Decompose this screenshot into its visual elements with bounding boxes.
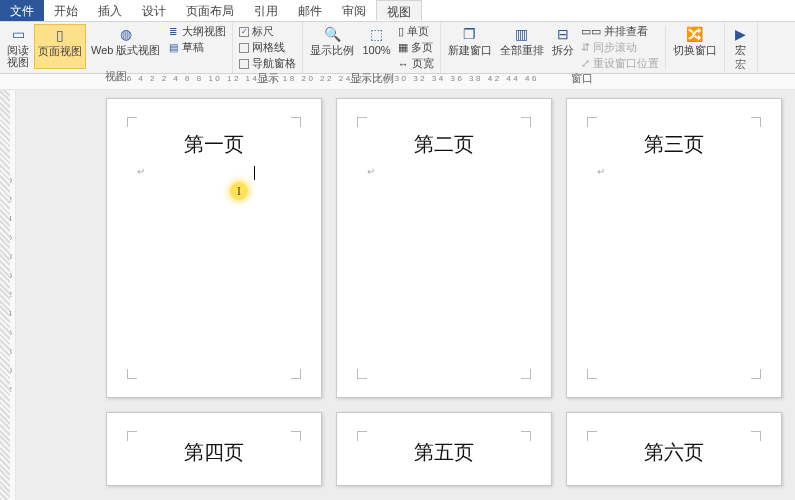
syncscroll-icon: ⇵ — [581, 41, 590, 54]
tab-review[interactable]: 审阅 — [332, 0, 376, 21]
ribbon-group-views: ▭阅读 视图 ▯页面视图 ◍Web 版式视图 ≣大纲视图 ▤草稿 视图 — [0, 22, 233, 73]
tab-references[interactable]: 引用 — [244, 0, 288, 21]
zoom-button[interactable]: 🔍显示比例 — [307, 24, 357, 71]
arrange-icon: ▥ — [513, 25, 531, 43]
switch-windows-button[interactable]: 🔀切换窗口 — [670, 24, 720, 71]
paragraph-mark: ↵ — [595, 166, 753, 177]
tab-design[interactable]: 设计 — [132, 0, 176, 21]
outline-icon: ≣ — [167, 26, 179, 38]
web-layout-button[interactable]: ◍Web 版式视图 — [88, 24, 163, 69]
page-thumbnail[interactable]: 第五页 — [336, 412, 552, 486]
tab-layout[interactable]: 页面布局 — [176, 0, 244, 21]
tab-view[interactable]: 视图 — [376, 0, 422, 21]
text-caret — [254, 166, 255, 180]
page-heading: 第六页 — [595, 439, 753, 466]
page-heading: 第五页 — [365, 439, 523, 466]
one-page-button[interactable]: ▯单页 — [398, 24, 434, 39]
tab-insert[interactable]: 插入 — [88, 0, 132, 21]
sidebyside-icon: ▭▭ — [581, 25, 601, 38]
read-mode-button[interactable]: ▭阅读 视图 — [4, 24, 32, 69]
draft-view-button[interactable]: ▤草稿 — [167, 40, 226, 55]
hundred-icon: ⬚ — [368, 25, 386, 43]
resetpos-icon: ⤢ — [581, 57, 590, 70]
split-icon: ⊟ — [554, 25, 572, 43]
pagewidth-icon: ↔ — [398, 58, 409, 70]
macro-icon: ▶ — [732, 25, 750, 43]
left-margin-hatch — [0, 90, 10, 500]
book-icon: ▭ — [9, 25, 27, 43]
page-thumbnail[interactable]: 第二页 ↵ — [336, 98, 552, 398]
ribbon-group-window: ❐新建窗口 ▥全部重排 ⊟拆分 ▭▭并排查看 ⇵同步滚动 ⤢重设窗口位置 🔀切换… — [441, 22, 725, 73]
page-thumbnail[interactable]: 第一页 ↵ — [106, 98, 322, 398]
gridlines-checkbox[interactable]: 网格线 — [239, 40, 296, 55]
checkbox-icon — [239, 43, 249, 53]
globe-icon: ◍ — [117, 25, 135, 43]
paragraph-mark: ↵ — [135, 166, 293, 177]
draft-icon: ▤ — [167, 42, 179, 54]
ribbon-group-show: ✓标尺 网格线 导航窗格 显示 — [233, 22, 303, 73]
page-heading: 第三页 — [595, 131, 753, 158]
group-label-macros: 宏 — [729, 57, 753, 73]
print-layout-button[interactable]: ▯页面视图 — [34, 24, 86, 69]
ribbon: ▭阅读 视图 ▯页面视图 ◍Web 版式视图 ≣大纲视图 ▤草稿 视图 ✓标尺 … — [0, 22, 795, 74]
page-thumbnail[interactable]: 第四页 — [106, 412, 322, 486]
workspace: 2468101214161820222426283032 第一页 ↵ 第二页 ↵… — [0, 90, 795, 500]
page-heading: 第一页 — [135, 131, 293, 158]
menu-tab-bar: 文件 开始 插入 设计 页面布局 引用 邮件 审阅 视图 — [0, 0, 795, 22]
new-window-button[interactable]: ❐新建窗口 — [445, 24, 495, 71]
page-thumbnail[interactable]: 第三页 ↵ — [566, 98, 782, 398]
multi-page-button[interactable]: ▦多页 — [398, 40, 434, 55]
switch-icon: 🔀 — [686, 25, 704, 43]
navpane-checkbox[interactable]: 导航窗格 — [239, 56, 296, 71]
checkbox-icon: ✓ — [239, 27, 249, 37]
magnifier-icon: 🔍 — [323, 25, 341, 43]
ribbon-group-macros: ▶宏 宏 — [725, 22, 758, 73]
document-canvas[interactable]: 第一页 ↵ 第二页 ↵ 第三页 ↵ 第四页 第五页 — [16, 90, 795, 500]
page-width-button[interactable]: ↔页宽 — [398, 56, 434, 71]
outline-view-button[interactable]: ≣大纲视图 — [167, 24, 226, 39]
page-icon: ▯ — [51, 26, 69, 44]
tab-file[interactable]: 文件 — [0, 0, 44, 21]
page-thumbnail[interactable]: 第六页 — [566, 412, 782, 486]
split-button[interactable]: ⊟拆分 — [549, 24, 577, 71]
cursor-highlight-icon: I — [230, 182, 248, 200]
side-by-side-button[interactable]: ▭▭并排查看 — [581, 24, 659, 39]
ruler-checkbox[interactable]: ✓标尺 — [239, 24, 296, 39]
tab-home[interactable]: 开始 — [44, 0, 88, 21]
arrange-all-button[interactable]: ▥全部重排 — [497, 24, 547, 71]
newwindow-icon: ❐ — [461, 25, 479, 43]
paragraph-mark: ↵ — [365, 166, 523, 177]
macros-button[interactable]: ▶宏 — [729, 24, 753, 57]
onepage-icon: ▯ — [398, 25, 404, 38]
multipage-icon: ▦ — [398, 41, 408, 54]
sync-scroll-button: ⇵同步滚动 — [581, 40, 659, 55]
reset-position-button: ⤢重设窗口位置 — [581, 56, 659, 71]
checkbox-icon — [239, 59, 249, 69]
page-heading: 第四页 — [135, 439, 293, 466]
zoom-100-button[interactable]: ⬚100% — [359, 24, 393, 71]
ribbon-group-zoom: 🔍显示比例 ⬚100% ▯单页 ▦多页 ↔页宽 显示比例 — [303, 22, 440, 73]
tab-mailings[interactable]: 邮件 — [288, 0, 332, 21]
page-heading: 第二页 — [365, 131, 523, 158]
